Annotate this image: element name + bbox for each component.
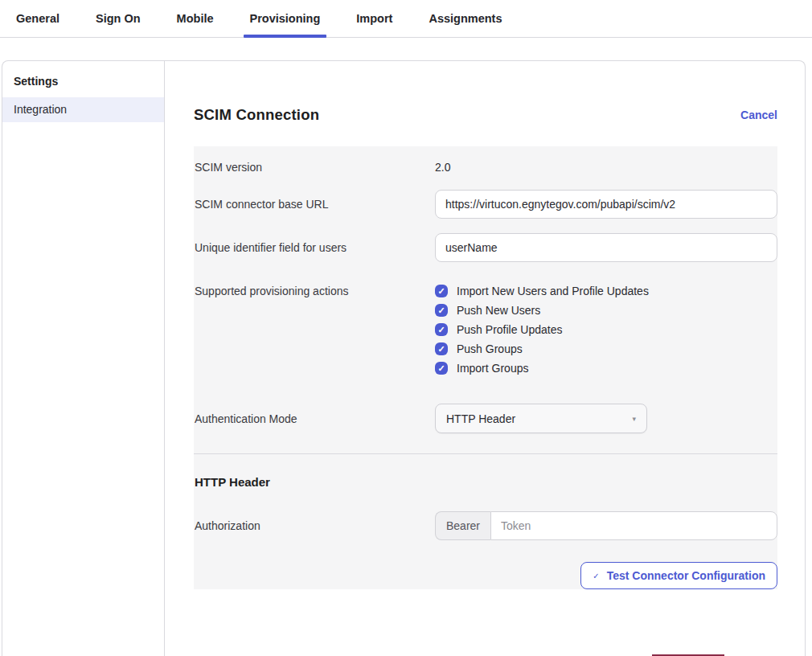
main-header: SCIM Connection Cancel: [194, 106, 777, 124]
check-label: Push Groups: [457, 342, 523, 355]
settings-sidebar: Settings Integration: [2, 61, 165, 656]
base-url-label: SCIM connector base URL: [194, 198, 435, 211]
test-connector-button-label: Test Connector Configuration: [607, 569, 765, 582]
auth-mode-select[interactable]: HTTP Header ▾: [435, 404, 647, 433]
auth-mode-label: Authentication Mode: [194, 412, 435, 425]
test-connector-button[interactable]: ✓ Test Connector Configuration: [580, 562, 777, 589]
authorization-input-group: Bearer: [435, 511, 777, 540]
provisioning-actions-label: Supported provisioning actions: [194, 285, 435, 297]
base-url-row: SCIM connector base URL: [194, 190, 777, 219]
test-connector-row: ✓ Test Connector Configuration: [194, 562, 777, 589]
tab-general[interactable]: General: [13, 0, 63, 38]
scim-connection-main: SCIM Connection Cancel SCIM version 2.0 …: [165, 61, 806, 656]
check-label: Import Groups: [457, 362, 528, 375]
tab-provisioning[interactable]: Provisioning: [247, 0, 324, 38]
provisioning-actions-row: Supported provisioning actions ✓ Import …: [194, 285, 777, 381]
check-label: Import New Users and Profile Updates: [457, 285, 649, 297]
bearer-prefix: Bearer: [435, 511, 490, 540]
tab-sign-on[interactable]: Sign On: [92, 0, 144, 38]
section-divider: [194, 453, 777, 454]
unique-identifier-row: Unique identifier field for users: [194, 233, 777, 262]
tab-assignments[interactable]: Assignments: [425, 0, 505, 38]
check-label: Push New Users: [457, 304, 540, 317]
checkbox-checked-icon[interactable]: ✓: [435, 362, 448, 375]
base-url-input[interactable]: [435, 190, 777, 219]
scim-form: SCIM version 2.0 SCIM connector base URL…: [194, 146, 777, 589]
scim-version-row: SCIM version 2.0: [194, 153, 777, 175]
auth-mode-row: Authentication Mode HTTP Header ▾: [194, 404, 777, 433]
app-tab-bar: General Sign On Mobile Provisioning Impo…: [0, 0, 812, 38]
check-item-push-profile-updates: ✓ Push Profile Updates: [435, 323, 777, 336]
unique-identifier-input[interactable]: [435, 233, 777, 262]
unique-identifier-label: Unique identifier field for users: [194, 241, 435, 254]
scim-version-value: 2.0: [435, 161, 450, 174]
http-header-section-title: HTTP Header: [194, 475, 777, 489]
check-item-push-new-users: ✓ Push New Users: [435, 304, 777, 317]
cancel-link-top[interactable]: Cancel: [740, 109, 777, 121]
check-item-import-groups: ✓ Import Groups: [435, 362, 777, 375]
auth-mode-selected-value: HTTP Header: [446, 412, 515, 425]
check-item-push-groups: ✓ Push Groups: [435, 342, 777, 355]
sidebar-item-integration[interactable]: Integration: [2, 97, 164, 122]
check-icon: ✓: [593, 572, 599, 580]
scim-version-label: SCIM version: [194, 159, 435, 175]
provisioning-panel: Settings Integration SCIM Connection Can…: [2, 60, 806, 656]
checkbox-checked-icon[interactable]: ✓: [435, 323, 448, 336]
check-label: Push Profile Updates: [457, 323, 563, 336]
chevron-down-icon: ▾: [632, 415, 636, 423]
authorization-label: Authorization: [194, 519, 435, 532]
page-title: SCIM Connection: [194, 106, 319, 124]
authorization-row: Authorization Bearer: [194, 511, 777, 540]
token-input[interactable]: [490, 511, 777, 540]
check-item-import-new-users: ✓ Import New Users and Profile Updates: [435, 285, 777, 297]
tab-mobile[interactable]: Mobile: [174, 0, 217, 38]
checkbox-checked-icon[interactable]: ✓: [435, 285, 448, 297]
checkbox-checked-icon[interactable]: ✓: [435, 304, 448, 317]
sidebar-header: Settings: [2, 61, 164, 97]
tab-import[interactable]: Import: [353, 0, 396, 38]
checkbox-checked-icon[interactable]: ✓: [435, 342, 448, 355]
